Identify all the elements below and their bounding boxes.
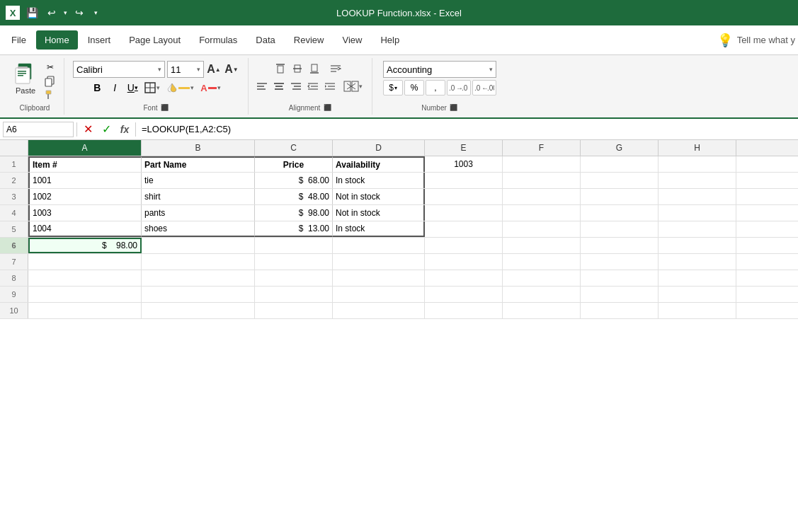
- italic-button[interactable]: I: [107, 80, 122, 96]
- cell-f4[interactable]: [503, 205, 581, 221]
- cell-e7[interactable]: [425, 254, 503, 270]
- font-color-button[interactable]: A ▾: [198, 81, 222, 95]
- cell-h9[interactable]: [659, 287, 736, 302]
- cell-g1[interactable]: [581, 156, 659, 172]
- dollar-arrow[interactable]: ▾: [394, 85, 397, 91]
- menu-insert[interactable]: Insert: [79, 30, 120, 50]
- cell-g5[interactable]: [581, 221, 659, 237]
- percent-format-button[interactable]: %: [404, 80, 424, 96]
- cell-reference-box[interactable]: A6: [3, 122, 74, 137]
- underline-button[interactable]: U ▾: [125, 80, 140, 96]
- cell-e4[interactable]: [425, 205, 503, 221]
- col-header-d[interactable]: D: [333, 140, 425, 156]
- cell-h1[interactable]: [659, 156, 736, 172]
- cell-c6[interactable]: [255, 238, 333, 253]
- cell-f9[interactable]: [503, 287, 581, 302]
- cell-b2[interactable]: tie: [142, 173, 255, 188]
- cell-h7[interactable]: [659, 254, 736, 270]
- align-right-button[interactable]: [288, 79, 304, 94]
- save-button[interactable]: 💾: [24, 5, 40, 21]
- underline-arrow[interactable]: ▾: [135, 84, 138, 91]
- col-header-f[interactable]: F: [503, 140, 581, 156]
- cell-f8[interactable]: [503, 270, 581, 286]
- cell-d8[interactable]: [333, 270, 425, 286]
- font-size-decrease[interactable]: A▼: [224, 62, 239, 77]
- cell-g4[interactable]: [581, 205, 659, 221]
- tell-me-label[interactable]: Tell me what y: [737, 35, 795, 45]
- cell-d1[interactable]: Availability: [333, 156, 425, 172]
- menu-file[interactable]: File: [3, 30, 35, 50]
- decrease-decimal-button[interactable]: .0→.0: [447, 80, 471, 96]
- cell-f3[interactable]: [503, 189, 581, 204]
- cell-a4[interactable]: 1003: [28, 205, 142, 221]
- cell-c4[interactable]: $ 98.00: [255, 205, 333, 221]
- menu-data[interactable]: Data: [247, 30, 283, 50]
- cell-f7[interactable]: [503, 254, 581, 270]
- cell-b3[interactable]: shirt: [142, 189, 255, 204]
- align-middle-button[interactable]: [290, 61, 305, 76]
- cell-e3[interactable]: [425, 189, 503, 204]
- cell-e10[interactable]: [425, 303, 503, 318]
- bold-button[interactable]: B: [89, 80, 105, 96]
- cell-f2[interactable]: [503, 173, 581, 188]
- cell-e8[interactable]: [425, 270, 503, 286]
- cell-b1[interactable]: Part Name: [142, 156, 255, 172]
- menu-review[interactable]: Review: [285, 30, 333, 50]
- font-size-dropdown[interactable]: 11 ▾: [167, 61, 204, 78]
- col-header-g[interactable]: G: [581, 140, 659, 156]
- font-color-arrow[interactable]: ▾: [217, 84, 221, 91]
- align-bottom-button[interactable]: [307, 61, 322, 76]
- cell-e9[interactable]: [425, 287, 503, 302]
- paste-button[interactable]: Paste: [11, 61, 40, 96]
- cell-c1[interactable]: Price: [255, 156, 333, 172]
- cell-b4[interactable]: pants: [142, 205, 255, 221]
- cell-a3[interactable]: 1002: [28, 189, 142, 204]
- cell-f5[interactable]: [503, 221, 581, 237]
- cell-c5[interactable]: $ 13.00: [255, 221, 333, 237]
- number-format-dropdown[interactable]: Accounting ▾: [383, 61, 496, 78]
- wrap-text-button[interactable]: [324, 61, 348, 76]
- menu-home[interactable]: Home: [36, 30, 78, 50]
- menu-view[interactable]: View: [334, 30, 370, 50]
- cell-a1[interactable]: Item #: [28, 156, 142, 172]
- cell-g8[interactable]: [581, 270, 659, 286]
- border-button[interactable]: ▾: [142, 81, 162, 95]
- number-expand[interactable]: ⬛: [450, 103, 458, 112]
- indent-increase-button[interactable]: [322, 79, 338, 94]
- undo-dropdown[interactable]: ▾: [64, 9, 67, 16]
- cell-a5[interactable]: 1004: [28, 221, 142, 237]
- font-family-dropdown[interactable]: Calibri ▾: [73, 61, 165, 78]
- cell-b8[interactable]: [142, 270, 255, 286]
- cell-b7[interactable]: [142, 254, 255, 270]
- cell-e6[interactable]: [425, 238, 503, 253]
- formula-cancel-button[interactable]: ✕: [80, 122, 96, 137]
- cell-a2[interactable]: 1001: [28, 173, 142, 188]
- cell-g2[interactable]: [581, 173, 659, 188]
- cell-d9[interactable]: [333, 287, 425, 302]
- cell-d4[interactable]: Not in stock: [333, 205, 425, 221]
- cell-c2[interactable]: $ 68.00: [255, 173, 333, 188]
- cell-g7[interactable]: [581, 254, 659, 270]
- col-header-a[interactable]: A: [28, 140, 142, 156]
- cell-h2[interactable]: [659, 173, 736, 188]
- cell-g3[interactable]: [581, 189, 659, 204]
- cell-c10[interactable]: [255, 303, 333, 318]
- formula-confirm-button[interactable]: ✓: [98, 122, 114, 137]
- cell-a10[interactable]: [28, 303, 142, 318]
- undo-button[interactable]: ↩: [44, 5, 59, 21]
- fill-color-button[interactable]: ▾: [164, 81, 196, 95]
- dollar-format-button[interactable]: $ ▾: [383, 80, 403, 96]
- cell-e1[interactable]: 1003: [425, 156, 503, 172]
- cell-c8[interactable]: [255, 270, 333, 286]
- cell-e2[interactable]: [425, 173, 503, 188]
- cell-h8[interactable]: [659, 270, 736, 286]
- menu-page-layout[interactable]: Page Layout: [120, 30, 189, 50]
- cell-h4[interactable]: [659, 205, 736, 221]
- cell-h3[interactable]: [659, 189, 736, 204]
- merge-arrow[interactable]: ▾: [359, 83, 363, 90]
- merge-center-button[interactable]: ▾: [339, 79, 366, 94]
- cell-d10[interactable]: [333, 303, 425, 318]
- cell-g6[interactable]: [581, 238, 659, 253]
- cell-a7[interactable]: [28, 254, 142, 270]
- increase-decimal-button[interactable]: .0←.00: [472, 80, 496, 96]
